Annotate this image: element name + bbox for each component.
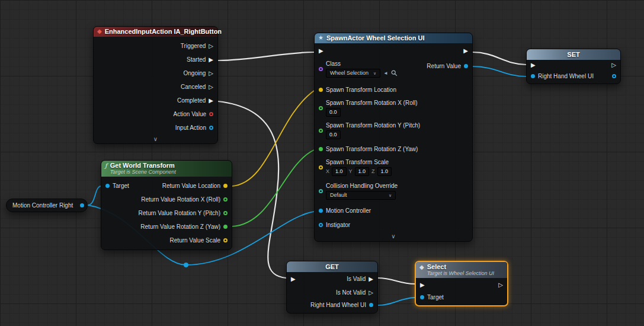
exec-out-completed-icon[interactable]: ▶ bbox=[209, 98, 213, 104]
node-header[interactable]: SET bbox=[527, 49, 620, 60]
pin-input-action[interactable] bbox=[209, 126, 213, 130]
pin-label: Spawn Transform Rotation Y (Pitch) bbox=[326, 122, 420, 129]
node-set-right-hand-wheel-ui[interactable]: SET ▶ ▷ Right Hand Wheel UI bbox=[526, 49, 621, 84]
pin-label: Spawn Transform Rotation Z (Yaw) bbox=[326, 146, 418, 152]
reroute-node[interactable] bbox=[184, 263, 188, 267]
exec-out-icon[interactable]: ▶ bbox=[463, 48, 468, 54]
pin-rotation-z-yaw[interactable] bbox=[223, 225, 228, 229]
chevron-down-icon: ∨ bbox=[373, 69, 376, 77]
pin-variable-in[interactable] bbox=[531, 74, 535, 78]
wire-object-motioncontroller-to-target[interactable] bbox=[88, 186, 101, 205]
exec-in-icon[interactable]: ▶ bbox=[291, 276, 296, 282]
pin-action-value[interactable] bbox=[209, 112, 213, 116]
pin-row-rotation-x: Spawn Transform Rotation X (Roll) 0.0 bbox=[315, 97, 472, 119]
node-select[interactable]: ◆ Select Target is Wheel Selection UI ▶ … bbox=[415, 261, 508, 306]
exec-out-triggered-icon[interactable]: ▷ bbox=[209, 43, 213, 49]
pin-row-target-location: Target Return Value Location bbox=[101, 179, 232, 193]
exec-out-is-valid-icon[interactable]: ▶ bbox=[369, 276, 373, 282]
pin-rotation-y-pitch[interactable] bbox=[223, 211, 228, 215]
node-spawnactor-wheel-selection-ui[interactable]: ★ SpawnActor Wheel Selection UI ▶ ▶ Clas… bbox=[314, 33, 473, 242]
pin-label: Is Not Valid bbox=[336, 289, 366, 296]
pin-row-ongoing: Ongoing ▷ bbox=[94, 66, 217, 80]
pin-motion-controller-right-out[interactable] bbox=[80, 203, 84, 207]
wire-exec-isvalid-to-select[interactable] bbox=[378, 278, 415, 284]
scale-y-input[interactable]: 1.0 bbox=[355, 167, 370, 176]
pin-return-value[interactable] bbox=[464, 64, 468, 68]
scale-x-input[interactable]: 1.0 bbox=[332, 167, 347, 176]
header-text: Select Target is Wheel Selection UI bbox=[427, 263, 494, 276]
exec-out-canceled-icon[interactable]: ▷ bbox=[209, 84, 213, 90]
pin-row-action-value: Action Value bbox=[94, 107, 217, 121]
wire-object-returnvalue-to-set[interactable] bbox=[473, 66, 526, 76]
pin-row-scale: Spawn Transform Scale X 1.0 Y 1.0 Z 1.0 bbox=[315, 156, 472, 178]
pin-return-value-scale[interactable] bbox=[223, 238, 228, 242]
pin-label: Started bbox=[187, 56, 206, 63]
node-get-world-transform[interactable]: ƒ Get World Transform Target is Scene Co… bbox=[101, 160, 232, 250]
scale-z-input[interactable]: 1.0 bbox=[377, 167, 392, 176]
pin-label: Completed bbox=[177, 97, 206, 104]
pin-row-input-action: Input Action bbox=[94, 121, 217, 135]
chevron-down-icon: ∨ bbox=[389, 191, 392, 199]
exec-in-icon[interactable]: ▶ bbox=[531, 62, 536, 68]
pin-spawn-transform-location[interactable] bbox=[319, 88, 323, 92]
pin-motion-controller[interactable] bbox=[319, 209, 323, 213]
rotation-y-input[interactable]: 0.0 bbox=[326, 130, 341, 139]
pin-label: Return Value Rotation Y (Pitch) bbox=[139, 210, 220, 216]
exec-row: ▶ ▷ bbox=[527, 60, 620, 71]
collapse-chevron-icon[interactable]: ∨ bbox=[94, 135, 217, 143]
pin-spawn-transform-scale[interactable] bbox=[319, 165, 323, 170]
node-title: Select bbox=[427, 263, 494, 270]
pin-row-canceled: Canceled ▷ bbox=[94, 80, 217, 94]
pin-label: Right Hand Wheel UI bbox=[538, 73, 594, 79]
exec-out-icon[interactable]: ▷ bbox=[498, 282, 503, 288]
node-header[interactable]: ★ SpawnActor Wheel Selection UI bbox=[315, 33, 472, 43]
exec-out-ongoing-icon[interactable]: ▷ bbox=[209, 71, 213, 76]
exec-out-is-not-valid-icon[interactable]: ▷ bbox=[369, 290, 373, 296]
pin-target[interactable] bbox=[105, 184, 110, 188]
pin-collision-handling-override[interactable] bbox=[319, 189, 323, 193]
wire-exec-spawnactor-to-set[interactable] bbox=[473, 52, 526, 65]
node-motion-controller-right[interactable]: Motion Controller Right bbox=[6, 199, 88, 212]
class-return-row: Class Wheel Selection ∨ ◄ Return Value bbox=[315, 59, 472, 82]
node-get-right-hand-wheel-ui[interactable]: GET ▶ Is Valid ▶ Is Not Valid ▷ Right Ha… bbox=[286, 261, 378, 314]
pin-variable-out[interactable] bbox=[369, 303, 373, 307]
wire-exec-started-to-spawnactor[interactable] bbox=[218, 52, 314, 60]
spawn-actor-icon: ★ bbox=[318, 35, 323, 41]
pin-instigator[interactable] bbox=[319, 223, 323, 227]
pin-class[interactable] bbox=[319, 67, 323, 71]
collision-dropdown[interactable]: Default ∨ bbox=[326, 191, 396, 200]
node-enhanced-input-action[interactable]: ◆ EnhancedInputAction IA_RightButton Tri… bbox=[93, 26, 218, 144]
pin-rotation-x-roll[interactable] bbox=[223, 197, 228, 202]
blueprint-graph-canvas[interactable]: { "graph": { "nodes": { "enhanced_input"… bbox=[0, 0, 644, 326]
node-header[interactable]: ◆ Select Target is Wheel Selection UI bbox=[416, 262, 507, 278]
pin-target[interactable] bbox=[420, 295, 424, 299]
pin-row-collision: Collision Handling Override Default ∨ bbox=[315, 178, 472, 203]
is-valid-group: Is Valid ▶ bbox=[347, 276, 373, 282]
pin-return-value-location[interactable] bbox=[223, 184, 228, 188]
axis-x-label: X bbox=[326, 168, 329, 174]
node-header[interactable]: ƒ Get World Transform Target is Scene Co… bbox=[101, 161, 232, 177]
pin-spawn-rotation-x[interactable] bbox=[319, 106, 323, 110]
class-dropdown[interactable]: Wheel Selection ∨ bbox=[326, 69, 380, 78]
pin-row-instigator: Instigator bbox=[315, 218, 472, 232]
pin-row-is-not-valid: Is Not Valid ▷ bbox=[287, 286, 377, 299]
wire-object-get-to-select-target[interactable] bbox=[378, 298, 415, 305]
rotation-x-input[interactable]: 0.0 bbox=[326, 108, 341, 117]
exec-out-icon[interactable]: ▷ bbox=[611, 62, 616, 68]
collapse-chevron-icon[interactable]: ∨ bbox=[315, 232, 472, 241]
exec-in-icon[interactable]: ▶ bbox=[319, 48, 323, 54]
exec-out-started-icon[interactable]: ▶ bbox=[209, 57, 213, 63]
node-header[interactable]: ◆ EnhancedInputAction IA_RightButton bbox=[94, 27, 217, 37]
browse-search-icon[interactable] bbox=[391, 70, 398, 76]
wire-vector-location[interactable] bbox=[232, 91, 314, 186]
pin-spawn-rotation-z[interactable] bbox=[319, 147, 323, 151]
function-icon: ƒ bbox=[105, 163, 107, 169]
pin-spawn-rotation-y[interactable] bbox=[319, 129, 323, 133]
header-text: Get World Transform Target is Scene Comp… bbox=[110, 162, 176, 175]
pin-label: Return Value Rotation X (Roll) bbox=[141, 196, 220, 203]
pin-label: Right Hand Wheel UI bbox=[310, 302, 366, 308]
pin-variable-out[interactable] bbox=[612, 74, 616, 78]
exec-in-icon[interactable]: ▶ bbox=[420, 282, 425, 288]
node-header[interactable]: GET bbox=[287, 261, 377, 272]
use-selected-asset-icon[interactable]: ◄ bbox=[383, 71, 388, 76]
